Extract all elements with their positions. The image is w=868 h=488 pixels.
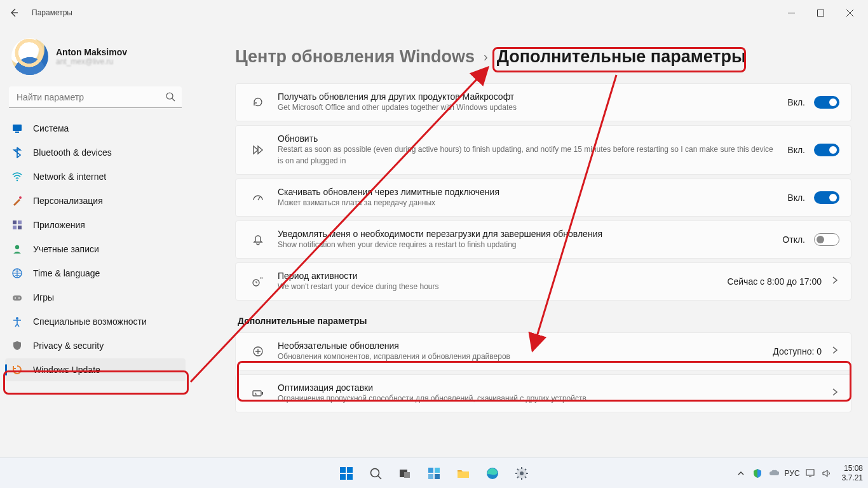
tray-time: 15:08 xyxy=(842,464,863,473)
meter-icon xyxy=(247,191,269,204)
svg-rect-31 xyxy=(428,474,433,479)
settings-card[interactable]: ОбновитьRestart as soon as possible (eve… xyxy=(235,125,851,175)
profile-block[interactable]: Anton Maksimov ant_mex@live.ru xyxy=(5,32,186,86)
sync-icon xyxy=(247,96,269,109)
sidebar-item-brush[interactable]: Персонализация xyxy=(5,189,186,212)
search-box[interactable] xyxy=(9,86,182,108)
profile-name: Anton Maksimov xyxy=(56,47,127,57)
search-input[interactable] xyxy=(9,86,182,108)
taskbar-settings[interactable] xyxy=(509,461,534,486)
sidebar-item-label: Network & internet xyxy=(33,172,106,182)
maximize-button[interactable] xyxy=(806,3,835,23)
window-title: Параметры xyxy=(32,8,72,17)
svg-point-35 xyxy=(520,471,524,475)
svg-rect-44 xyxy=(806,470,814,475)
svg-point-4 xyxy=(17,180,18,181)
bluetooth-icon xyxy=(11,147,23,158)
svg-line-43 xyxy=(517,477,519,478)
sidebar-item-accessibility[interactable]: Специальные возможности xyxy=(5,310,186,333)
taskbar-widgets[interactable] xyxy=(421,461,447,486)
svg-rect-24 xyxy=(340,474,346,480)
breadcrumb-parent[interactable]: Центр обновления Windows xyxy=(235,47,475,67)
taskbar-tray: РУС 15:08 3.7.21 xyxy=(735,464,863,482)
toggle-switch[interactable] xyxy=(814,144,839,156)
taskbar-taskview[interactable] xyxy=(392,461,417,486)
sidebar-item-person[interactable]: Учетные записи xyxy=(5,238,186,261)
card-value: Сейчас с 8:00 до 17:00 xyxy=(727,276,822,287)
card-subtitle: Restart as soon as possible (even during… xyxy=(278,144,778,166)
back-button[interactable] xyxy=(4,3,24,23)
tray-clock[interactable]: 15:08 3.7.21 xyxy=(842,464,863,482)
taskbar-explorer[interactable] xyxy=(451,461,476,486)
sidebar-item-label: Privacy & security xyxy=(33,341,104,351)
taskbar: РУС 15:08 3.7.21 xyxy=(0,458,868,488)
svg-rect-25 xyxy=(347,474,353,480)
sidebar-item-globe[interactable]: Time & language xyxy=(5,262,186,285)
svg-rect-28 xyxy=(404,472,410,478)
card-subtitle: Get Microsoft Office and other updates t… xyxy=(278,102,778,113)
svg-point-26 xyxy=(371,468,379,477)
taskbar-edge[interactable] xyxy=(480,461,505,486)
tray-onedrive-icon[interactable] xyxy=(768,468,780,479)
tray-security-icon[interactable] xyxy=(752,468,763,479)
svg-rect-8 xyxy=(13,226,17,229)
tray-chevron[interactable] xyxy=(735,468,747,479)
svg-rect-29 xyxy=(428,468,433,473)
sidebar-item-monitor[interactable]: Система xyxy=(5,117,186,140)
svg-point-13 xyxy=(15,297,16,299)
profile-email: ant_mex@live.ru xyxy=(56,57,127,66)
tray-language[interactable]: РУС xyxy=(785,469,800,478)
brush-icon xyxy=(11,195,23,207)
gamepad-icon xyxy=(11,292,23,303)
settings-card[interactable]: Период активностиWe won't restart your d… xyxy=(235,262,851,301)
card-title: Период активности xyxy=(278,271,718,281)
card-title: Необязательные обновления xyxy=(278,341,764,351)
taskbar-search[interactable] xyxy=(363,461,388,486)
tray-network-icon[interactable] xyxy=(805,468,817,479)
svg-rect-12 xyxy=(13,295,22,301)
start-button[interactable] xyxy=(334,461,359,486)
close-button[interactable] xyxy=(835,3,864,23)
sidebar-item-wifi[interactable]: Network & internet xyxy=(5,165,186,188)
sidebar-item-label: Специальные возможности xyxy=(33,316,147,327)
svg-point-5 xyxy=(19,196,22,199)
card-title: Скачивать обновления через лимитные подк… xyxy=(278,187,778,197)
sidebar-item-apps[interactable]: Приложения xyxy=(5,214,186,236)
widgets-icon xyxy=(427,466,441,480)
tray-date: 3.7.21 xyxy=(842,473,863,482)
minimize-button[interactable] xyxy=(776,3,806,23)
toggle-state-label: Вкл. xyxy=(787,145,805,155)
wifi-icon xyxy=(11,171,23,182)
toggle-switch[interactable] xyxy=(814,191,839,204)
settings-card[interactable]: Получать обновления для других продуктов… xyxy=(235,83,851,121)
sidebar-item-shield[interactable]: Privacy & security xyxy=(5,334,186,357)
chevron-right-icon: › xyxy=(484,50,488,64)
svg-rect-0 xyxy=(817,10,824,16)
sidebar-item-gamepad[interactable]: Игры xyxy=(5,286,186,309)
close-icon xyxy=(846,10,853,17)
svg-line-41 xyxy=(525,477,526,478)
minimize-icon xyxy=(788,10,795,17)
svg-rect-30 xyxy=(435,468,440,473)
nav-list: СистемаBluetooth & devicesNetwork & inte… xyxy=(5,117,186,381)
card-subtitle: Show notification when your device requi… xyxy=(278,239,773,250)
chevron-right-icon xyxy=(831,276,839,287)
tray-volume-icon[interactable] xyxy=(822,468,833,479)
taskbar-center xyxy=(334,461,534,486)
toggle-state-label: Вкл. xyxy=(787,97,805,107)
person-icon xyxy=(11,243,23,255)
sidebar-item-label: Игры xyxy=(33,292,54,302)
svg-rect-22 xyxy=(340,467,346,473)
settings-card[interactable]: Уведомлять меня о необходимости перезагр… xyxy=(235,220,851,259)
monitor-icon xyxy=(11,123,23,134)
svg-point-15 xyxy=(16,317,18,320)
card-subtitle: Может взиматься плата за передачу данных xyxy=(278,197,778,208)
titlebar: Параметры xyxy=(0,0,868,25)
toggle-switch[interactable] xyxy=(814,233,839,246)
fastforward-icon xyxy=(247,144,269,156)
card-title: Получать обновления для других продуктов… xyxy=(278,92,778,102)
settings-card[interactable]: Скачивать обновления через лимитные подк… xyxy=(235,179,851,217)
sidebar-item-bluetooth[interactable]: Bluetooth & devices xyxy=(5,141,186,164)
section-label: Дополнительные параметры xyxy=(238,316,851,326)
toggle-switch[interactable] xyxy=(814,96,839,109)
